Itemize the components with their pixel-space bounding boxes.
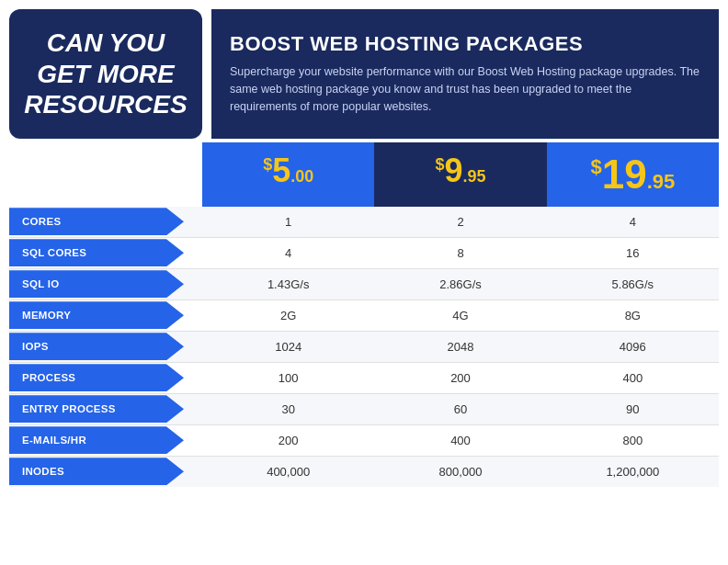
price-amount-1: $5.00 bbox=[263, 152, 313, 189]
promo-text: CAN YOU GET MORE RESOURCES bbox=[24, 28, 187, 120]
row-value: 400 bbox=[547, 363, 719, 393]
row-value: 800,000 bbox=[374, 457, 546, 487]
promo-line2: GET MORE bbox=[37, 60, 174, 88]
row-label: PROCESS bbox=[9, 364, 184, 391]
currency-2: $ bbox=[435, 155, 444, 174]
table-row: PROCESS100200400 bbox=[9, 363, 719, 394]
price-amount-3: $19.95 bbox=[590, 152, 675, 197]
row-label-wrapper: SQL IO bbox=[9, 269, 202, 299]
pricing-cols: $5.00 $9.95 $19.95 bbox=[202, 142, 719, 207]
row-label: CORES bbox=[9, 208, 184, 235]
row-value: 800 bbox=[547, 425, 719, 456]
price-plan-1[interactable]: $5.00 bbox=[202, 142, 374, 207]
row-value: 1024 bbox=[202, 332, 374, 362]
row-value: 400 bbox=[374, 425, 546, 456]
row-label: INODES bbox=[9, 458, 184, 485]
row-label-wrapper: E-MAILS/HR bbox=[9, 425, 202, 456]
row-value: 2.86G/s bbox=[374, 269, 546, 299]
row-values: 400,000800,0001,200,000 bbox=[202, 457, 719, 487]
row-value: 1,200,000 bbox=[547, 457, 719, 487]
price-plan-2[interactable]: $9.95 bbox=[374, 142, 546, 207]
table-row: E-MAILS/HR200400800 bbox=[9, 425, 719, 457]
data-rows: CORES124SQL CORES4816SQL IO1.43G/s2.86G/… bbox=[9, 207, 719, 487]
row-label: SQL CORES bbox=[9, 239, 184, 266]
row-values: 4816 bbox=[202, 238, 719, 268]
row-label-wrapper: SQL CORES bbox=[9, 238, 202, 268]
table-row: MEMORY2G4G8G bbox=[9, 300, 719, 332]
currency-3: $ bbox=[590, 155, 601, 178]
row-value: 4G bbox=[374, 300, 546, 331]
row-value: 60 bbox=[374, 394, 546, 424]
row-value: 400,000 bbox=[202, 457, 374, 487]
table-row: SQL IO1.43G/s2.86G/s5.86G/s bbox=[9, 269, 719, 300]
table-row: IOPS102420484096 bbox=[9, 332, 719, 363]
row-label: IOPS bbox=[9, 333, 184, 360]
promo-line1: CAN YOU bbox=[47, 28, 165, 57]
pricing-table: $5.00 $9.95 $19.95 CORES124SQL CORES4816… bbox=[9, 142, 719, 487]
row-value: 16 bbox=[547, 238, 719, 268]
row-value: 2G bbox=[202, 300, 374, 331]
row-value: 1.43G/s bbox=[202, 269, 374, 299]
row-value: 1 bbox=[202, 207, 374, 237]
row-label-wrapper: INODES bbox=[9, 457, 202, 487]
row-value: 4 bbox=[547, 207, 719, 237]
row-label: E-MAILS/HR bbox=[9, 426, 184, 454]
currency-1: $ bbox=[263, 155, 272, 174]
row-values: 1.43G/s2.86G/s5.86G/s bbox=[202, 269, 719, 299]
row-values: 102420484096 bbox=[202, 332, 719, 362]
row-label: ENTRY PROCESS bbox=[9, 395, 184, 423]
row-values: 2G4G8G bbox=[202, 300, 719, 331]
row-value: 5.86G/s bbox=[547, 269, 719, 299]
row-label: MEMORY bbox=[9, 301, 184, 329]
row-value: 100 bbox=[202, 363, 374, 393]
row-label-wrapper: MEMORY bbox=[9, 300, 202, 331]
price-amount-2: $9.95 bbox=[435, 152, 485, 189]
row-value: 8G bbox=[547, 300, 719, 331]
row-value: 200 bbox=[202, 425, 374, 456]
row-value: 8 bbox=[374, 238, 546, 268]
header-description: Supercharge your website performance wit… bbox=[230, 63, 700, 115]
row-label: SQL IO bbox=[9, 270, 184, 298]
row-values: 100200400 bbox=[202, 363, 719, 393]
header-title: BOOST WEB HOSTING PACKAGES bbox=[230, 32, 700, 56]
row-label-wrapper: ENTRY PROCESS bbox=[9, 394, 202, 424]
row-value: 200 bbox=[374, 363, 546, 393]
price-plan-3[interactable]: $19.95 bbox=[547, 142, 719, 207]
row-label-wrapper: CORES bbox=[9, 207, 202, 237]
table-row: ENTRY PROCESS306090 bbox=[9, 394, 719, 425]
row-value: 2 bbox=[374, 207, 546, 237]
row-value: 2048 bbox=[374, 332, 546, 362]
promo-line3: RESOURCES bbox=[24, 90, 187, 119]
pricing-header-row: $5.00 $9.95 $19.95 bbox=[9, 142, 719, 207]
header-section: BOOST WEB HOSTING PACKAGES Supercharge y… bbox=[211, 9, 719, 139]
row-values: 124 bbox=[202, 207, 719, 237]
table-row: SQL CORES4816 bbox=[9, 238, 719, 269]
row-value: 4096 bbox=[547, 332, 719, 362]
main-container: CAN YOU GET MORE RESOURCES BOOST WEB HOS… bbox=[0, 0, 728, 496]
top-section: CAN YOU GET MORE RESOURCES BOOST WEB HOS… bbox=[9, 9, 719, 139]
row-label-wrapper: IOPS bbox=[9, 332, 202, 362]
table-row: INODES400,000800,0001,200,000 bbox=[9, 457, 719, 487]
pricing-label-spacer bbox=[9, 142, 202, 207]
row-value: 90 bbox=[547, 394, 719, 424]
row-value: 30 bbox=[202, 394, 374, 424]
row-value: 4 bbox=[202, 238, 374, 268]
row-label-wrapper: PROCESS bbox=[9, 363, 202, 393]
promo-box: CAN YOU GET MORE RESOURCES bbox=[9, 9, 202, 139]
table-row: CORES124 bbox=[9, 207, 719, 238]
row-values: 306090 bbox=[202, 394, 719, 424]
row-values: 200400800 bbox=[202, 425, 719, 456]
